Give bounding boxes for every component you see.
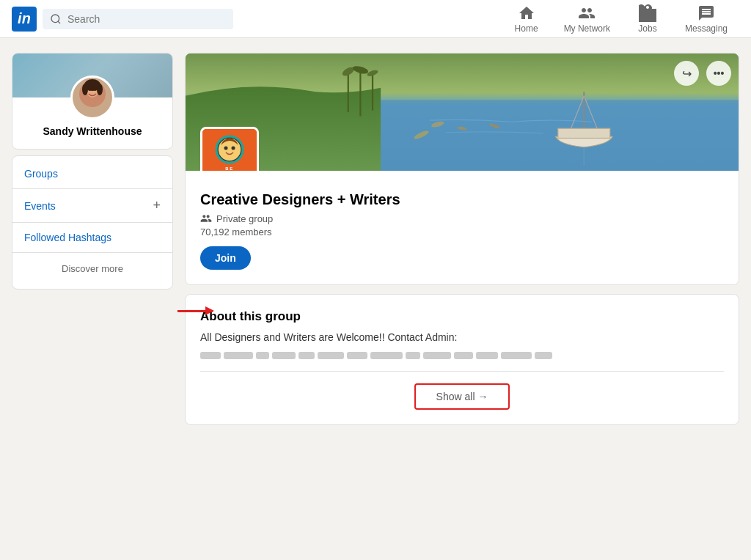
jobs-icon <box>639 4 656 22</box>
nav-items: Home My Network Jobs Messaging <box>501 4 739 34</box>
profile-avatar-wrap <box>12 75 172 119</box>
group-privacy: Private group <box>200 213 724 224</box>
group-banner: BE CREATIVE ↪ ••• <box>186 54 739 171</box>
svg-point-0 <box>51 15 59 23</box>
sidebar-item-groups[interactable]: Groups <box>12 162 172 185</box>
group-card: BE CREATIVE ↪ ••• Creative Designers + W… <box>185 53 739 285</box>
profile-name: Sandy Writtenhouse <box>12 125 172 149</box>
group-info: Creative Designers + Writers Private gro… <box>186 171 739 284</box>
search-icon <box>50 13 62 25</box>
group-logo: BE CREATIVE <box>200 127 259 171</box>
about-card: About this group All Designers and Write… <box>185 294 739 425</box>
nav-item-messaging[interactable]: Messaging <box>673 4 739 34</box>
messaging-icon <box>697 4 715 22</box>
left-sidebar: Sandy Writtenhouse Groups Events + Follo… <box>12 53 173 425</box>
show-all-button[interactable]: Show all → <box>414 383 510 410</box>
share-button[interactable]: ↪ <box>674 61 699 86</box>
main-content: Sandy Writtenhouse Groups Events + Follo… <box>0 38 751 440</box>
about-title: About this group <box>200 309 724 324</box>
show-all-section: Show all → <box>200 371 724 410</box>
svg-point-8 <box>82 84 88 95</box>
nav-item-jobs[interactable]: Jobs <box>622 4 673 34</box>
profile-card: Sandy Writtenhouse <box>12 53 173 150</box>
group-name: Creative Designers + Writers <box>200 191 724 208</box>
avatar-image <box>70 75 114 117</box>
about-section-wrapper: About this group All Designers and Write… <box>185 294 739 425</box>
red-arrow-indicator <box>177 310 213 312</box>
avatar <box>70 75 114 119</box>
nav-item-home[interactable]: Home <box>501 4 552 34</box>
group-logo-image: BE CREATIVE <box>202 129 257 171</box>
sidebar-item-events[interactable]: Events + <box>12 192 172 219</box>
plus-icon: + <box>153 198 161 213</box>
divider <box>12 222 172 223</box>
right-content: BE CREATIVE ↪ ••• Creative Designers + W… <box>185 53 739 425</box>
private-group-icon <box>200 213 212 224</box>
banner-scene <box>186 54 739 171</box>
svg-text:BE: BE <box>225 166 233 171</box>
nav-item-my-network[interactable]: My Network <box>552 4 622 34</box>
group-members: 70,192 members <box>200 226 724 237</box>
divider <box>12 188 172 189</box>
sidebar-item-hashtags[interactable]: Followed Hashtags <box>12 226 172 249</box>
more-options-button[interactable]: ••• <box>706 61 731 86</box>
join-button[interactable]: Join <box>200 246 251 270</box>
search-input[interactable] <box>67 13 226 25</box>
divider <box>12 252 172 253</box>
svg-rect-21 <box>558 128 610 138</box>
navbar: in Home My Network Jobs <box>0 0 751 38</box>
about-description: All Designers and Writers are Welcome!! … <box>200 331 724 343</box>
search-bar[interactable] <box>43 9 233 29</box>
blurred-content <box>200 352 724 359</box>
home-icon <box>518 4 535 22</box>
svg-line-1 <box>58 21 60 23</box>
water-scene <box>186 54 739 171</box>
discover-more[interactable]: Discover more <box>12 256 172 283</box>
network-icon <box>578 4 596 22</box>
svg-point-31 <box>232 147 235 150</box>
linkedin-logo[interactable]: in <box>12 7 37 32</box>
svg-point-30 <box>224 147 228 150</box>
svg-point-9 <box>97 84 103 95</box>
sidebar-links: Groups Events + Followed Hashtags Discov… <box>12 155 173 290</box>
svg-point-29 <box>221 141 238 158</box>
